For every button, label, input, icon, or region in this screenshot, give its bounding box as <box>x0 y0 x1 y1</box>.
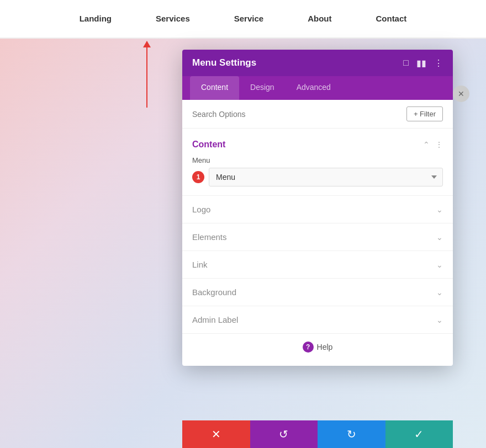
background-section[interactable]: Background ⌄ <box>182 278 453 306</box>
search-bar: + Filter <box>182 100 453 129</box>
collapse-icon[interactable]: ⌃ <box>423 140 430 149</box>
confirm-button[interactable]: ✓ <box>385 420 453 448</box>
logo-section[interactable]: Logo ⌄ <box>182 195 453 223</box>
close-icon: ✕ <box>458 89 464 98</box>
nav-item-landing[interactable]: Landing <box>57 0 134 38</box>
panel-header-icons: □ ▮▮ ⋮ <box>403 58 443 68</box>
menu-select[interactable]: Menu <box>209 168 443 186</box>
tab-content[interactable]: Content <box>190 76 239 100</box>
fullscreen-icon[interactable]: □ <box>403 58 409 68</box>
link-section[interactable]: Link ⌄ <box>182 250 453 278</box>
nav-item-service[interactable]: Service <box>212 0 286 38</box>
action-bar: ✕ ↺ ↻ ✓ <box>182 420 453 448</box>
panel-header: Menu Settings □ ▮▮ ⋮ <box>182 50 453 76</box>
panel-close-button[interactable]: ✕ <box>453 86 469 102</box>
panel-body: Content ⌃ ⋮ Menu 1 Menu Logo ⌄ Elements … <box>182 129 453 366</box>
logo-chevron-icon: ⌄ <box>436 205 443 214</box>
panel-tabs: Content Design Advanced <box>182 76 453 100</box>
top-navigation: Landing Services Service About Contact <box>0 0 486 39</box>
link-chevron-icon: ⌄ <box>436 260 443 269</box>
nav-item-contact[interactable]: Contact <box>353 0 429 38</box>
tab-advanced[interactable]: Advanced <box>286 76 342 100</box>
menu-field-group: Menu 1 Menu <box>182 154 453 195</box>
help-icon: ? <box>303 342 314 353</box>
tab-design[interactable]: Design <box>239 76 286 100</box>
columns-icon[interactable]: ▮▮ <box>416 58 426 68</box>
nav-item-about[interactable]: About <box>286 0 353 38</box>
cancel-button[interactable]: ✕ <box>182 420 250 448</box>
red-arrow-indicator <box>146 41 147 108</box>
elements-section[interactable]: Elements ⌄ <box>182 223 453 250</box>
filter-button[interactable]: + Filter <box>406 106 443 121</box>
content-section-title: Content <box>192 140 225 150</box>
panel-title: Menu Settings <box>192 57 256 68</box>
section-header-icons: ⌃ ⋮ <box>423 140 443 149</box>
menu-badge: 1 <box>192 171 204 183</box>
menu-select-wrap: 1 Menu <box>192 168 443 186</box>
menu-settings-panel: Menu Settings □ ▮▮ ⋮ Content Design Adva… <box>182 50 453 366</box>
admin-label-chevron-icon: ⌄ <box>436 316 443 324</box>
background-chevron-icon: ⌄ <box>436 288 443 297</box>
content-section-header: Content ⌃ ⋮ <box>182 134 453 154</box>
elements-label: Elements <box>192 232 227 242</box>
section-more-icon[interactable]: ⋮ <box>435 140 443 149</box>
help-button[interactable]: ? Help <box>303 342 333 353</box>
link-label: Link <box>192 260 208 269</box>
more-options-icon[interactable]: ⋮ <box>434 58 443 68</box>
logo-label: Logo <box>192 205 210 214</box>
nav-item-services[interactable]: Services <box>134 0 212 38</box>
help-section: ? Help <box>182 333 453 360</box>
background-label: Background <box>192 287 236 297</box>
admin-label-label: Admin Label <box>192 315 238 324</box>
undo-button[interactable]: ↺ <box>250 420 318 448</box>
menu-field-label: Menu <box>192 156 443 164</box>
redo-button[interactable]: ↻ <box>318 420 385 448</box>
admin-label-section[interactable]: Admin Label ⌄ <box>182 306 453 333</box>
search-input[interactable] <box>192 110 406 119</box>
elements-chevron-icon: ⌄ <box>436 233 443 242</box>
